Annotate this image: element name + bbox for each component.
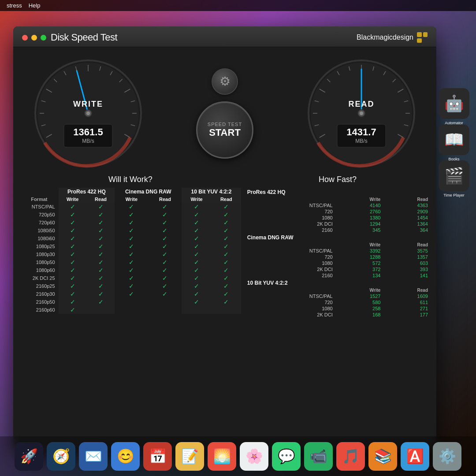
check-cell: ✓ xyxy=(182,203,212,211)
resolution-label: 2160 xyxy=(245,272,335,279)
check-cell: ✓ xyxy=(212,250,241,258)
check-mark: ✓ xyxy=(129,219,134,226)
table-row: 1080i50✓✓✓✓✓✓ xyxy=(20,227,241,234)
speed-table: ProRes 422 HQWriteReadNTSC/PAL4140436372… xyxy=(245,188,430,318)
dock-icon-calendar[interactable]: 📅 xyxy=(143,442,172,471)
check-cell: ✓ xyxy=(59,250,87,258)
menu-stress[interactable]: stress xyxy=(7,2,22,9)
resolution-label: 720 xyxy=(245,208,335,215)
check-cell: ✓ xyxy=(212,211,241,219)
sidebar-app-Books[interactable]: 📖Books xyxy=(439,124,469,155)
check-cell: ✓ xyxy=(115,219,148,227)
write-value: 580 xyxy=(335,299,383,305)
sidebar-app-QuickTime[interactable]: 🎬Time Player xyxy=(439,160,469,191)
read-value: 1364 xyxy=(382,221,430,227)
read-gauge: READ 1431.7 MB/s xyxy=(304,56,419,171)
check-mark: ✓ xyxy=(70,306,75,313)
maximize-button[interactable] xyxy=(41,35,46,41)
check-cell: ✓ xyxy=(149,219,182,227)
check-mark: ✓ xyxy=(129,203,134,210)
check-cell: ✓ xyxy=(182,211,212,219)
format-cell: 1080p60 xyxy=(20,266,59,274)
check-mark: ✓ xyxy=(98,290,104,298)
check-mark: ✓ xyxy=(70,298,75,305)
minimize-button[interactable] xyxy=(31,35,37,41)
check-cell: ✓ xyxy=(59,290,87,298)
write-header: Write xyxy=(335,242,383,248)
check-cell: ✓ xyxy=(59,298,87,306)
check-mark: ✓ xyxy=(162,203,167,210)
speed-row: 2K DCI168177 xyxy=(245,312,430,318)
check-cell: ✓ xyxy=(182,298,212,306)
speed-group-label: Cinema DNG RAW xyxy=(245,233,430,242)
format-header xyxy=(20,188,59,196)
speed-row: 108013801454 xyxy=(245,215,430,221)
how-fast-title: How Fast? xyxy=(245,175,430,184)
start-label: START xyxy=(209,127,241,138)
dock-icon-photos[interactable]: 🌅 xyxy=(208,442,236,471)
dock-icon-books-dock[interactable]: 📚 xyxy=(368,442,397,471)
check-mark: ✓ xyxy=(223,283,229,290)
title-bar-left: Disk Speed Test xyxy=(22,32,117,43)
table-row: 1080p50✓✓✓✓✓✓ xyxy=(20,258,241,266)
dock-icon-photos-app[interactable]: 🌸 xyxy=(240,442,268,471)
format-cell: 2160p30 xyxy=(20,290,59,298)
dock-icon-safari[interactable]: 🧭 xyxy=(47,442,75,471)
check-cell xyxy=(115,298,148,306)
brand-name: Blackmagicdesign xyxy=(357,33,413,41)
svg-point-47 xyxy=(360,112,363,115)
read-header: Read xyxy=(382,287,430,293)
check-cell: ✓ xyxy=(149,242,182,250)
check-mark: ✓ xyxy=(162,275,167,282)
check-cell: ✓ xyxy=(59,219,87,227)
table-row: 2K DCI 25✓✓✓✓✓✓ xyxy=(20,274,241,282)
check-cell: ✓ xyxy=(149,282,182,290)
dock-icon-notes[interactable]: 📝 xyxy=(175,442,204,471)
dock-icon-finder[interactable]: 😊 xyxy=(111,442,140,471)
dock-icon-appstore[interactable]: 🅰️ xyxy=(401,442,429,471)
read-value: 364 xyxy=(382,227,430,233)
check-cell xyxy=(182,306,212,314)
start-button[interactable]: SPEED TEST START xyxy=(196,101,253,159)
check-cell: ✓ xyxy=(87,282,115,290)
resolution-label: 1080 xyxy=(245,260,335,266)
dock-icon-messages[interactable]: 💬 xyxy=(272,442,301,471)
dock-icon-facetime[interactable]: 📹 xyxy=(304,442,333,471)
check-cell: ✓ xyxy=(182,282,212,290)
svg-text:1361.5: 1361.5 xyxy=(73,126,103,138)
resolution-label: NTSC/PAL xyxy=(245,248,335,254)
check-cell xyxy=(149,306,182,314)
dock-icon-settings[interactable]: ⚙️ xyxy=(433,442,461,471)
read-value: 1609 xyxy=(382,293,430,299)
check-cell: ✓ xyxy=(115,242,148,250)
format-cell: 2160p60 xyxy=(20,306,59,314)
dock-icon-music[interactable]: 🎵 xyxy=(336,442,365,471)
check-cell: ✓ xyxy=(212,274,241,282)
close-button[interactable] xyxy=(22,35,28,41)
will-it-work-title: Will it Work? xyxy=(20,175,241,184)
format-cell: 2160p25 xyxy=(20,282,59,290)
check-mark: ✓ xyxy=(98,275,104,282)
cinema-read: Read xyxy=(149,196,182,203)
menu-help[interactable]: Help xyxy=(29,2,41,9)
check-cell: ✓ xyxy=(149,250,182,258)
check-mark: ✓ xyxy=(70,259,75,266)
dock-icon-launchpad[interactable]: 🚀 xyxy=(15,442,43,471)
check-mark: ✓ xyxy=(129,211,134,218)
check-mark: ✓ xyxy=(98,227,104,234)
speed-group-header: Cinema DNG RAW xyxy=(245,233,430,242)
table-row: 720p50✓✓✓✓✓✓ xyxy=(20,211,241,219)
dock-icon-mail[interactable]: ✉️ xyxy=(79,442,108,471)
speed-row: NTSC/PAL15271609 xyxy=(245,293,430,299)
write-value: 4140 xyxy=(335,202,383,208)
check-mark: ✓ xyxy=(70,243,75,250)
format-cell: 1080i60 xyxy=(20,234,59,242)
sidebar-app-label-QuickTime: Time Player xyxy=(443,193,465,197)
speed-row: 2160134141 xyxy=(245,272,430,279)
format-cell: NTSC/PAL xyxy=(20,203,59,211)
settings-button[interactable]: ⚙ xyxy=(212,68,238,95)
sidebar-app-Automator[interactable]: 🤖Automator xyxy=(439,88,469,119)
speed-row: NTSC/PAL33923575 xyxy=(245,248,430,254)
format-label: Format xyxy=(20,196,59,203)
prores-read: Read xyxy=(87,196,115,203)
